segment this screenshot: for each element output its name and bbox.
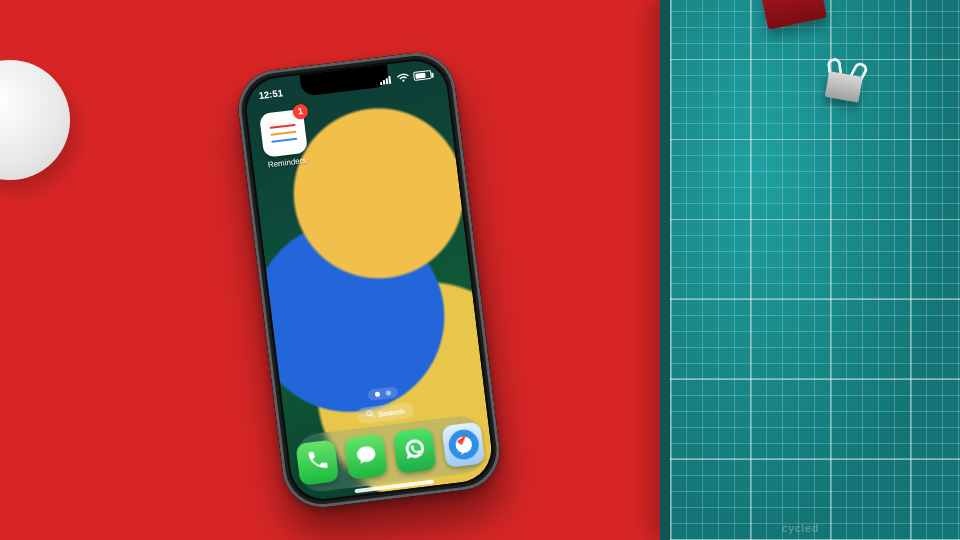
phone-icon (305, 448, 330, 476)
battery-icon (413, 69, 432, 80)
svg-point-4 (402, 79, 404, 81)
safari-icon (447, 428, 480, 461)
messages-icon (354, 442, 379, 470)
search-label: Search (377, 406, 405, 418)
svg-rect-0 (380, 81, 382, 84)
svg-line-6 (371, 415, 373, 417)
safari-app[interactable] (441, 422, 485, 468)
cutting-mat: cycled (660, 0, 960, 540)
reminders-app-label: Reminders (267, 156, 306, 170)
notification-badge: 1 (292, 103, 309, 120)
status-indicators (379, 69, 432, 84)
binder-clip (817, 56, 873, 104)
messages-app[interactable] (344, 433, 388, 479)
phone-app[interactable] (295, 439, 339, 485)
reminders-app[interactable]: 1 Reminders (259, 109, 309, 170)
spotlight-search[interactable]: Search (356, 402, 414, 425)
reminders-app-icon[interactable]: 1 (259, 109, 308, 158)
wifi-icon (396, 72, 410, 83)
search-icon (366, 409, 375, 420)
cellular-signal-icon (379, 74, 393, 85)
page-indicator[interactable] (367, 386, 398, 401)
svg-rect-1 (383, 80, 386, 85)
svg-rect-2 (386, 78, 389, 84)
cutting-mat-brand: cycled (782, 522, 819, 534)
whatsapp-icon (402, 436, 427, 464)
iphone-device: 12:51 1 Reminders (234, 48, 504, 511)
svg-rect-3 (388, 75, 391, 83)
whatsapp-app[interactable] (393, 427, 437, 473)
background-object (0, 60, 70, 180)
photo-scene: cycled 12:51 (0, 0, 960, 540)
status-time: 12:51 (258, 87, 283, 101)
iphone-screen[interactable]: 12:51 1 Reminders (243, 57, 495, 502)
dock (294, 414, 486, 494)
